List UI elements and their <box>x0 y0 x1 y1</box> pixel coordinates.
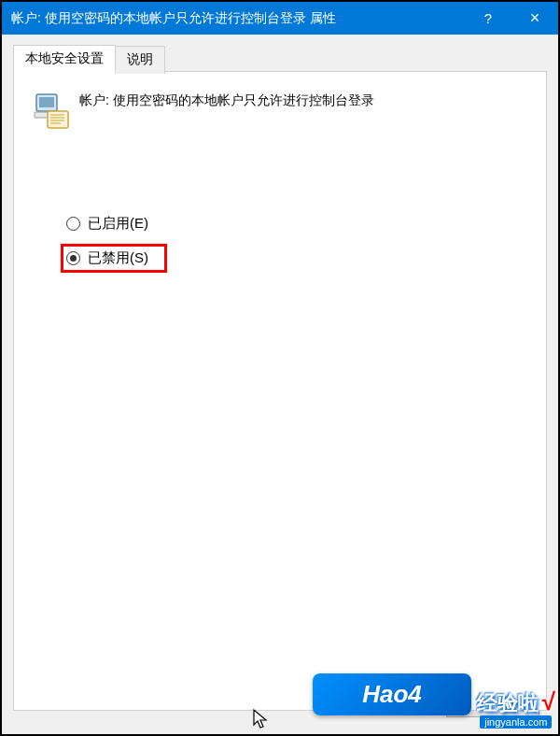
tab-label: 说明 <box>127 51 153 66</box>
radio-enabled[interactable]: 已启用(E) <box>61 209 529 238</box>
svg-rect-3 <box>48 111 68 128</box>
radio-dot-icon <box>70 255 77 262</box>
tab-label: 本地安全设置 <box>25 50 104 65</box>
titlebar: 帐户: 使用空密码的本地帐户只允许进行控制台登录 属性 ? × <box>2 2 558 35</box>
radio-circle-icon <box>66 217 80 231</box>
outer-frame: 帐户: 使用空密码的本地帐户只允许进行控制台登录 属性 ? × 本地安全设置 说… <box>0 0 560 736</box>
radio-label: 已禁用(S) <box>88 249 148 267</box>
setting-header: 帐户: 使用空密码的本地帐户只允许进行控制台登录 <box>31 91 529 130</box>
svg-rect-1 <box>39 97 54 107</box>
properties-dialog: 帐户: 使用空密码的本地帐户只允许进行控制台登录 属性 ? × 本地安全设置 说… <box>2 2 558 734</box>
radio-disabled[interactable]: 已禁用(S) <box>61 244 167 273</box>
radio-label: 已启用(E) <box>88 215 148 233</box>
dialog-content: 本地安全设置 说明 <box>2 35 558 734</box>
watermark-jingyan: 经验啦 √ jingyanla.com <box>477 687 555 729</box>
watermark-text: Hao4 <box>362 680 422 709</box>
radio-circle-icon <box>66 251 80 265</box>
watermark-hao4k: Hao4 <box>313 673 471 715</box>
tab-local-security[interactable]: 本地安全设置 <box>13 45 116 73</box>
help-button[interactable]: ? <box>465 2 511 35</box>
tab-strip: 本地安全设置 说明 <box>13 44 547 72</box>
close-icon: × <box>530 8 540 28</box>
check-icon: √ <box>542 687 555 716</box>
help-icon: ? <box>484 10 492 26</box>
watermark-url: jingyanla.com <box>480 715 552 729</box>
window-title: 帐户: 使用空密码的本地帐户只允许进行控制台登录 属性 <box>11 10 465 27</box>
setting-title: 帐户: 使用空密码的本地帐户只允许进行控制台登录 <box>79 91 374 109</box>
watermark-jingyan-text: 经验啦 <box>477 689 539 717</box>
computer-policy-icon <box>31 91 70 130</box>
cursor-icon <box>252 708 269 733</box>
close-button[interactable]: × <box>511 2 558 35</box>
radio-group: 已启用(E) 已禁用(S) <box>61 209 529 273</box>
tab-panel: 帐户: 使用空密码的本地帐户只允许进行控制台登录 已启用(E) 已禁用(S) <box>13 71 547 711</box>
watermark-top: 经验啦 √ <box>477 687 555 717</box>
tab-description[interactable]: 说明 <box>115 46 165 74</box>
